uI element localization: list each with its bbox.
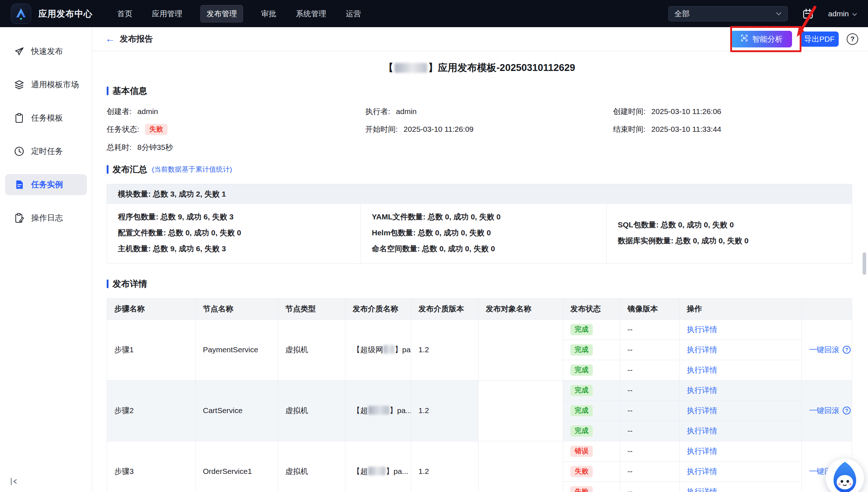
- app-logo-icon: [11, 4, 31, 24]
- status-badge: 完成: [570, 385, 593, 396]
- paper-plane-icon: [14, 46, 25, 57]
- cell-image-version: --: [620, 441, 680, 461]
- cell-status: 完成: [563, 319, 620, 340]
- execution-detail-link[interactable]: 执行详情: [687, 447, 717, 455]
- rollback-link[interactable]: 一键回滚?: [809, 405, 851, 416]
- section-marker: [107, 279, 109, 288]
- cell-action: 执行详情: [680, 421, 802, 441]
- cell-target-censored: [478, 441, 563, 492]
- nav-approval[interactable]: 审批: [260, 5, 278, 22]
- document-icon: [14, 179, 25, 190]
- field-start-time: 开始时间:2025-03-10 11:26:09: [365, 124, 613, 135]
- execution-detail-link[interactable]: 执行详情: [687, 426, 717, 435]
- cell-step: 步骤3: [107, 441, 196, 492]
- nav-operations[interactable]: 运营: [344, 5, 362, 22]
- question-circle-icon: ?: [843, 407, 851, 415]
- page-title: 发布报告: [120, 33, 153, 45]
- release-details-table: 步骤名称节点名称 节点类型发布介质名称 发布介质版本发布对象名称 发布状态镜像版…: [107, 298, 852, 492]
- clipboard-icon: [14, 113, 25, 123]
- cell-image-version: --: [620, 461, 680, 482]
- sidebar-item-scheduled-task[interactable]: 定时任务: [5, 141, 87, 162]
- page-scrollbar[interactable]: [863, 252, 866, 275]
- execution-detail-link[interactable]: 执行详情: [687, 345, 717, 354]
- cell-status: 完成: [563, 340, 620, 360]
- status-badge: 完成: [570, 425, 593, 437]
- cell-action: 执行详情: [680, 400, 802, 421]
- summary-box: 模块数量: 总数 3, 成功 2, 失败 1 程序包数量: 总数 9, 成功 6…: [107, 184, 852, 264]
- table-header-row: 步骤名称节点名称 节点类型发布介质名称 发布介质版本发布对象名称 发布状态镜像版…: [107, 298, 852, 319]
- main-panel: ← 发布报告 AI 智能分析 导出PDF ?: [92, 27, 868, 492]
- calendar-icon[interactable]: [801, 7, 814, 20]
- user-menu[interactable]: admin: [828, 9, 857, 18]
- scope-select-value: 全部: [675, 9, 690, 19]
- execution-detail-link[interactable]: 执行详情: [687, 487, 717, 492]
- status-badge: 错误: [570, 446, 593, 457]
- execution-detail-link[interactable]: 执行详情: [687, 467, 717, 475]
- top-nav: 首页 应用管理 发布管理 审批 系统管理 运营: [116, 5, 362, 22]
- back-button[interactable]: ← 发布报告: [105, 33, 153, 45]
- section-release-summary: 发布汇总 (当前数据基于累计值统计): [107, 164, 852, 175]
- execution-detail-link[interactable]: 执行详情: [687, 325, 717, 333]
- report-title: 【】应用发布模板-20250310112629: [107, 61, 852, 74]
- basic-info-grid: 创建者:admin 执行者:admin 创建时间:2025-03-10 11:2…: [107, 106, 852, 153]
- status-badge: 完成: [570, 324, 593, 335]
- sidebar-collapse-icon[interactable]: [9, 477, 19, 488]
- cell-action: 执行详情: [680, 340, 802, 360]
- section-marker: [107, 87, 109, 95]
- sidebar: 快速发布 通用模板市场 任务模板 定时任务 任务实例 操作日志: [0, 27, 92, 492]
- field-executor: 执行者:admin: [365, 106, 613, 117]
- section-marker: [107, 165, 109, 174]
- cell-action: 执行详情: [680, 360, 802, 380]
- field-duration: 总耗时:8分钟35秒: [107, 142, 365, 153]
- ai-icon: AI: [740, 34, 749, 44]
- sidebar-item-task-instance[interactable]: 任务实例: [5, 174, 87, 195]
- censored-text: [383, 345, 394, 354]
- topbar-right: 全部 admin: [668, 6, 857, 21]
- layers-icon: [14, 79, 25, 90]
- assistant-mascot[interactable]: [825, 458, 864, 492]
- rollback-link[interactable]: 一键回滚?: [809, 345, 851, 355]
- cell-target-censored: [478, 380, 563, 441]
- section-basic-info: 基本信息: [107, 85, 852, 97]
- scope-select[interactable]: 全部: [668, 6, 788, 21]
- field-end-time: 结束时间:2025-03-10 11:33:44: [613, 124, 852, 135]
- sidebar-item-quick-release[interactable]: 快速发布: [5, 41, 87, 62]
- execution-detail-link[interactable]: 执行详情: [687, 406, 717, 415]
- help-icon[interactable]: ?: [847, 33, 858, 45]
- cell-image-version: --: [620, 340, 680, 360]
- username: admin: [828, 9, 849, 18]
- nav-system-management[interactable]: 系统管理: [294, 5, 328, 22]
- status-badge: 完成: [570, 405, 593, 416]
- cell-action: 执行详情: [680, 319, 802, 340]
- nav-app-management[interactable]: 应用管理: [150, 5, 184, 22]
- sidebar-item-operation-log[interactable]: 操作日志: [5, 207, 87, 228]
- execution-detail-link[interactable]: 执行详情: [687, 366, 717, 374]
- cell-image-version: --: [620, 482, 680, 492]
- table-row: 步骤3 OrderService1 虚拟机 【超】pa... 1.2 错误 --…: [107, 441, 852, 461]
- field-created-time: 创建时间:2025-03-10 11:26:06: [613, 106, 852, 117]
- cell-media-version: 1.2: [411, 380, 478, 441]
- summary-note: (当前数据基于累计值统计): [152, 165, 232, 174]
- summary-col-2: YAML文件数量: 总数 0, 成功 0, 失败 0 Helm包数量: 总数 0…: [361, 204, 607, 263]
- table-row: 步骤1 PaymentService 虚拟机 【超级网】pa... 1.2 完成…: [107, 319, 852, 340]
- cell-node: CartService: [196, 380, 278, 441]
- cell-node: PaymentService: [196, 319, 278, 380]
- cell-media-name: 【超级网】pa...: [345, 319, 411, 380]
- summary-col-3: SQL包数量: 总数 0, 成功 0, 失败 0 数据库实例数量: 总数 0, …: [607, 204, 852, 263]
- sidebar-item-template-market[interactable]: 通用模板市场: [5, 74, 87, 95]
- sidebar-item-task-template[interactable]: 任务模板: [5, 108, 87, 129]
- nav-release-management[interactable]: 发布管理: [200, 5, 243, 22]
- back-arrow-icon: ←: [105, 34, 115, 44]
- cell-image-version: --: [620, 360, 680, 380]
- cell-node-type: 虚拟机: [278, 380, 345, 441]
- cell-action: 执行详情: [680, 482, 802, 492]
- cell-status: 错误: [563, 441, 620, 461]
- ai-analysis-button[interactable]: AI 智能分析: [731, 31, 792, 47]
- nav-home[interactable]: 首页: [116, 5, 134, 22]
- export-pdf-button[interactable]: 导出PDF: [800, 31, 839, 47]
- execution-detail-link[interactable]: 执行详情: [687, 386, 717, 394]
- cell-node: OrderService1: [196, 441, 278, 492]
- cell-status: 完成: [563, 360, 620, 380]
- cell-image-version: --: [620, 400, 680, 421]
- cell-target-censored: [478, 319, 563, 380]
